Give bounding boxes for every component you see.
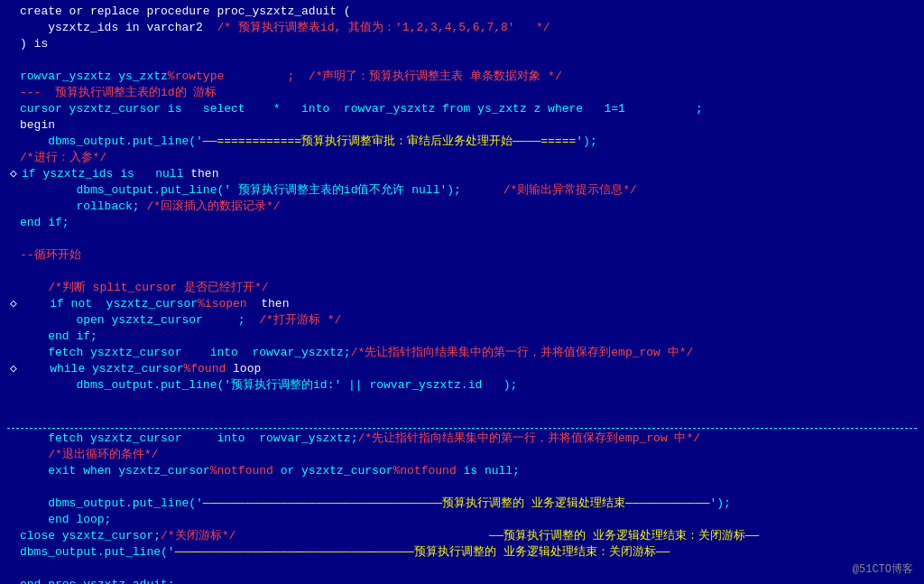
code-segment: ——预算执行调整的 业务逻辑处理结束：关闭游标—— — [489, 529, 759, 542]
code-line: dbms_output.put_line('——————————————————… — [7, 496, 917, 512]
line-text: /*判断 split_cursor 是否已经打开*/ — [20, 280, 917, 296]
code-line: dbms_output.put_line(' 预算执行调整主表的id值不允许 n… — [7, 182, 917, 199]
code-line: close yszxtz_cursor;/*关闭游标*/ ——预算执行调整的 业… — [7, 528, 917, 544]
line-text: --- 预算执行调整主表的id的 游标 — [20, 85, 917, 101]
line-text: dbms_output.put_line('——============预算执行… — [20, 134, 917, 150]
code-segment: dbms_output.put_line(' 预算执行调整主表的id值不允许 n… — [20, 183, 504, 197]
line-text: dbms_output.put_line('——————————————————… — [20, 544, 917, 561]
code-segment — [247, 297, 262, 311]
code-segment: exit when yszxtz_cursor — [20, 464, 210, 477]
code-line: end if; — [7, 215, 917, 231]
code-line: rollback; /*回滚插入的数据记录*/ — [7, 199, 917, 215]
code-line: ◇ if not yszxtz_cursor%isopen then — [7, 296, 917, 312]
code-segment: dbms_output.put_line('预算执行调整的id:' || row… — [20, 378, 517, 392]
code-segment: %isopen — [198, 297, 247, 311]
line-text: end proc_yszxtz_aduit; — [20, 577, 917, 584]
watermark-text: @51CTO博客 — [853, 561, 913, 577]
line-text: dbms_output.put_line(' 预算执行调整主表的id值不允许 n… — [20, 182, 917, 199]
code-segment: --循环开始 — [20, 248, 81, 262]
code-line: ) is — [7, 36, 917, 52]
line-text: dbms_output.put_line('预算执行调整的id:' || row… — [20, 377, 917, 394]
code-segment: /*退出循环的条件*/ — [20, 448, 158, 461]
code-segment: /*判断 split_cursor 是否已经打开*/ — [20, 281, 269, 294]
code-line: rowvar_yszxtz ys_zxtz%rowtype ; /*声明了：预算… — [7, 69, 917, 85]
code-segment: /*先让指针指向结果集中的第一行，并将值保存到emp_row 中*/ — [351, 346, 694, 359]
code-segment — [236, 529, 489, 542]
code-segment: close yszxtz_cursor; — [20, 529, 161, 542]
code-segment: %found — [183, 362, 226, 375]
code-line: ◇ while yszxtz_cursor%found loop — [7, 361, 917, 377]
code-line — [7, 561, 917, 577]
code-segment: ; /*声明了：预算执行调整主表 单条数据对象 */ — [287, 70, 561, 83]
line-text: exit when yszxtz_cursor%notfound or yszx… — [20, 463, 917, 479]
code-line: dbms_output.put_line('预算执行调整的id:' || row… — [7, 377, 917, 394]
line-text: fetch yszxtz_cursor into rowvar_yszxtz;/… — [20, 345, 917, 361]
line-text: if not yszxtz_cursor%isopen then — [22, 296, 917, 312]
code-segment: /*则输出异常提示信息*/ — [504, 183, 637, 197]
line-text: fetch yszxtz_cursor into rowvar_yszxtz;/… — [20, 431, 917, 447]
code-segment: dbms_output.put_line(' — [20, 496, 203, 510]
line-indicator: ◇ — [7, 296, 20, 312]
code-line: end if; — [7, 329, 917, 345]
line-text: close yszxtz_cursor;/*关闭游标*/ ——预算执行调整的 业… — [20, 528, 917, 544]
code-segment: dbms_output.put_line(' — [20, 545, 175, 559]
code-segment: loop — [226, 362, 261, 375]
line-text: create or replace procedure proc_yszxtz_… — [20, 4, 917, 20]
line-text: begin — [20, 117, 917, 134]
code-segment: ——============预算执行调整审批：审结后业务处理开始————====… — [203, 134, 576, 148]
code-line — [7, 231, 917, 247]
line-text: open yszxtz_cursor ; /*打开游标 */ — [20, 312, 917, 329]
line-text: if yszxtz_ids is null then — [22, 166, 917, 182]
code-segment: rowvar_yszxtz ys_zxtz — [20, 70, 168, 83]
code-segment: /*进行：入参*/ — [20, 151, 106, 164]
code-segment: end if; — [20, 216, 69, 229]
code-editor: create or replace procedure proc_yszxtz_… — [0, 0, 924, 584]
code-segment: /*打开游标 */ — [259, 313, 341, 327]
code-segment: if not yszxtz_cursor — [22, 297, 198, 311]
code-segment: then — [190, 167, 218, 181]
code-line: /*退出循环的条件*/ — [7, 447, 917, 463]
code-segment: /*先让指针指向结果集中的第一行，并将值保存到emp_row 中*/ — [357, 431, 700, 445]
line-text: while yszxtz_cursor%found loop — [22, 361, 917, 377]
code-line: open yszxtz_cursor ; /*打开游标 */ — [7, 312, 917, 329]
code-line: ◇if yszxtz_ids is null then — [7, 166, 917, 182]
code-segment: create or replace procedure proc_yszxtz_… — [20, 5, 351, 18]
code-segment — [224, 70, 287, 83]
code-line: /*进行：入参*/ — [7, 150, 917, 166]
code-segment: ) is — [20, 37, 48, 51]
code-segment: /*回滚插入的数据记录*/ — [146, 199, 280, 213]
line-text: rowvar_yszxtz ys_zxtz%rowtype ; /*声明了：预算… — [20, 69, 917, 85]
code-line — [7, 479, 917, 496]
line-text: dbms_output.put_line('——————————————————… — [20, 496, 917, 512]
line-text: yszxtz_ids in varchar2 /* 预算执行调整表id, 其值为… — [20, 20, 917, 36]
line-text: rollback; /*回滚插入的数据记录*/ — [20, 199, 917, 215]
code-line: exit when yszxtz_cursor%notfound or yszx… — [7, 463, 917, 479]
code-segment: open yszxtz_cursor ; — [20, 313, 259, 327]
code-segment: '); — [576, 134, 596, 148]
line-text: end if; — [20, 329, 917, 345]
code-line: begin — [7, 117, 917, 134]
code-block2: fetch yszxtz_cursor into rowvar_yszxtz;/… — [7, 431, 917, 584]
code-segment: while yszxtz_cursor — [22, 362, 183, 375]
code-segment: ——————————————————————————————————预算执行调整… — [203, 496, 710, 510]
code-line: yszxtz_ids in varchar2 /* 预算执行调整表id, 其值为… — [7, 20, 917, 36]
code-segment: then — [261, 297, 289, 311]
code-line: create or replace procedure proc_yszxtz_… — [7, 4, 917, 20]
line-text: /*退出循环的条件*/ — [20, 447, 917, 463]
code-line: /*判断 split_cursor 是否已经打开*/ — [7, 280, 917, 296]
code-line: dbms_output.put_line('——============预算执行… — [7, 134, 917, 150]
code-segment: ——————————————————————————————————预算执行调整… — [175, 545, 670, 559]
line-text: cursor yszxtz_cursor is select * into ro… — [20, 101, 917, 117]
line-indicator: ◇ — [7, 166, 20, 182]
code-segment: or yszxtz_cursor — [273, 464, 393, 477]
code-block: create or replace procedure proc_yszxtz_… — [7, 4, 917, 426]
code-segment: dbms_output.put_line(' — [20, 134, 203, 148]
code-line: fetch yszxtz_cursor into rowvar_yszxtz;/… — [7, 431, 917, 447]
code-segment: yszxtz_ids in varchar2 — [20, 21, 217, 34]
code-line: fetch yszxtz_cursor into rowvar_yszxtz;/… — [7, 345, 917, 361]
code-segment: rollback; — [20, 199, 146, 213]
line-indicator: ◇ — [7, 361, 20, 377]
code-segment: begin — [20, 118, 55, 132]
code-line: --循环开始 — [7, 247, 917, 264]
line-text: ) is — [20, 36, 917, 52]
